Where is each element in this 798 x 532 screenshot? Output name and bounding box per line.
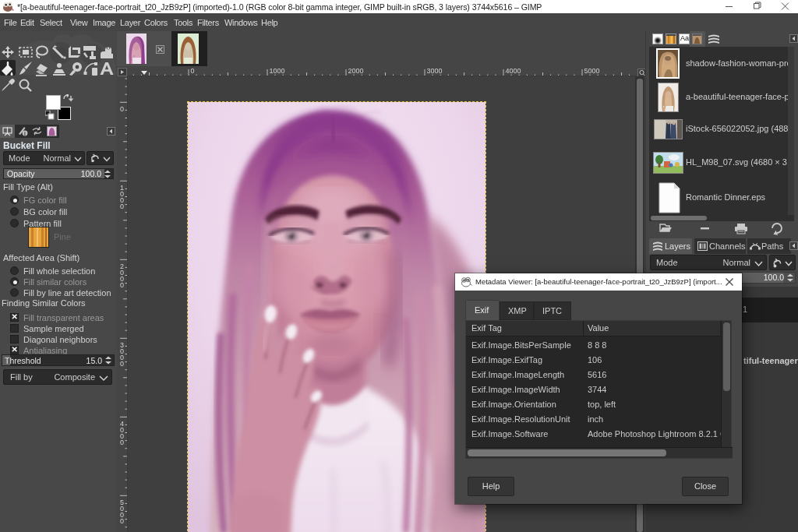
svg-text:4000: 4000 [506,67,521,75]
svg-text:0: 0 [191,67,195,75]
svg-text:0: 0 [120,281,124,289]
svg-text:2000: 2000 [348,67,364,75]
svg-text:0: 0 [120,439,124,446]
svg-text:3000: 3000 [427,67,443,75]
svg-text:0: 0 [120,105,124,113]
svg-text:5000: 5000 [584,67,600,75]
svg-text:1000: 1000 [270,67,285,75]
svg-text:0: 0 [120,203,124,210]
svg-text:i: i [24,131,26,136]
svg-text:0: 0 [120,517,124,525]
svg-text:0: 0 [120,360,124,368]
